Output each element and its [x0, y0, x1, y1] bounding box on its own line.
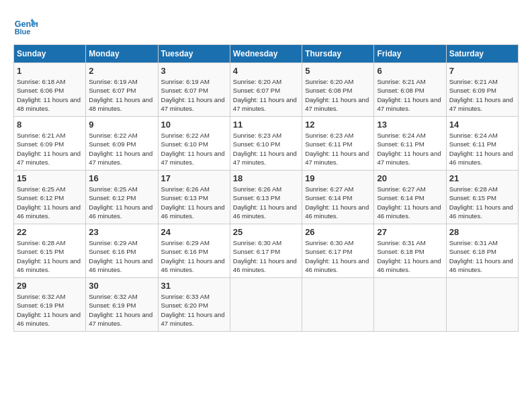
day-info: Sunrise: 6:18 AMSunset: 6:06 PMDaylight:…	[17, 77, 83, 113]
day-number: 20	[377, 173, 443, 183]
col-header-tuesday: Tuesday	[158, 45, 230, 63]
day-info: Sunrise: 6:32 AMSunset: 6:19 PMDaylight:…	[89, 292, 154, 328]
header: General Blue	[13, 13, 519, 38]
day-info: Sunrise: 6:21 AMSunset: 6:09 PMDaylight:…	[449, 77, 515, 113]
day-number: 5	[305, 66, 371, 76]
day-info: Sunrise: 6:30 AMSunset: 6:17 PMDaylight:…	[233, 238, 299, 274]
day-number: 23	[89, 227, 154, 237]
calendar-cell	[302, 278, 374, 332]
calendar-cell: 23 Sunrise: 6:29 AMSunset: 6:16 PMDaylig…	[86, 224, 158, 278]
day-info: Sunrise: 6:27 AMSunset: 6:14 PMDaylight:…	[377, 185, 443, 220]
day-number: 14	[449, 120, 515, 130]
day-number: 13	[377, 120, 443, 130]
calendar-cell: 6 Sunrise: 6:21 AMSunset: 6:08 PMDayligh…	[374, 63, 446, 117]
day-info: Sunrise: 6:23 AMSunset: 6:11 PMDaylight:…	[305, 131, 371, 167]
day-number: 3	[161, 66, 227, 76]
day-info: Sunrise: 6:23 AMSunset: 6:10 PMDaylight:…	[233, 131, 299, 167]
calendar-body: 1 Sunrise: 6:18 AMSunset: 6:06 PMDayligh…	[14, 63, 519, 332]
calendar-cell: 9 Sunrise: 6:22 AMSunset: 6:09 PMDayligh…	[86, 117, 158, 171]
day-number: 29	[17, 281, 83, 291]
calendar-cell	[446, 278, 518, 332]
calendar-cell: 29 Sunrise: 6:32 AMSunset: 6:19 PMDaylig…	[14, 278, 86, 332]
col-header-friday: Friday	[374, 45, 446, 63]
day-number: 10	[161, 120, 227, 130]
col-header-wednesday: Wednesday	[230, 45, 302, 63]
col-header-saturday: Saturday	[446, 45, 518, 63]
calendar-cell: 7 Sunrise: 6:21 AMSunset: 6:09 PMDayligh…	[446, 63, 518, 117]
day-number: 18	[233, 173, 299, 183]
calendar-cell: 26 Sunrise: 6:30 AMSunset: 6:17 PMDaylig…	[302, 224, 374, 278]
day-info: Sunrise: 6:28 AMSunset: 6:15 PMDaylight:…	[449, 185, 515, 220]
calendar-cell: 3 Sunrise: 6:19 AMSunset: 6:07 PMDayligh…	[158, 63, 230, 117]
day-info: Sunrise: 6:19 AMSunset: 6:07 PMDaylight:…	[161, 77, 227, 113]
day-number: 25	[233, 227, 299, 237]
calendar-cell: 4 Sunrise: 6:20 AMSunset: 6:07 PMDayligh…	[230, 63, 302, 117]
calendar-cell: 31 Sunrise: 6:33 AMSunset: 6:20 PMDaylig…	[158, 278, 230, 332]
day-info: Sunrise: 6:25 AMSunset: 6:12 PMDaylight:…	[89, 185, 154, 220]
day-number: 26	[305, 227, 371, 237]
calendar-cell	[374, 278, 446, 332]
day-number: 8	[17, 120, 83, 130]
day-info: Sunrise: 6:27 AMSunset: 6:14 PMDaylight:…	[305, 185, 371, 220]
day-number: 7	[449, 66, 515, 76]
day-info: Sunrise: 6:32 AMSunset: 6:19 PMDaylight:…	[17, 292, 83, 328]
day-number: 24	[161, 227, 227, 237]
day-number: 2	[89, 66, 154, 76]
calendar-cell: 5 Sunrise: 6:20 AMSunset: 6:08 PMDayligh…	[302, 63, 374, 117]
logo-icon: General Blue	[13, 13, 38, 38]
day-info: Sunrise: 6:25 AMSunset: 6:12 PMDaylight:…	[17, 185, 83, 220]
day-number: 1	[17, 66, 83, 76]
calendar-cell: 1 Sunrise: 6:18 AMSunset: 6:06 PMDayligh…	[14, 63, 86, 117]
day-info: Sunrise: 6:22 AMSunset: 6:10 PMDaylight:…	[161, 131, 227, 167]
col-header-thursday: Thursday	[302, 45, 374, 63]
day-number: 21	[449, 173, 515, 183]
day-number: 17	[161, 173, 227, 183]
day-info: Sunrise: 6:31 AMSunset: 6:18 PMDaylight:…	[449, 238, 515, 274]
calendar-cell: 27 Sunrise: 6:31 AMSunset: 6:18 PMDaylig…	[374, 224, 446, 278]
day-number: 6	[377, 66, 443, 76]
calendar-cell: 2 Sunrise: 6:19 AMSunset: 6:07 PMDayligh…	[86, 63, 158, 117]
day-number: 30	[89, 281, 154, 291]
calendar-table: SundayMondayTuesdayWednesdayThursdayFrid…	[13, 44, 519, 332]
calendar-cell: 15 Sunrise: 6:25 AMSunset: 6:12 PMDaylig…	[14, 171, 86, 224]
calendar-cell: 11 Sunrise: 6:23 AMSunset: 6:10 PMDaylig…	[230, 117, 302, 171]
day-info: Sunrise: 6:26 AMSunset: 6:13 PMDaylight:…	[233, 185, 299, 220]
calendar-week-row: 1 Sunrise: 6:18 AMSunset: 6:06 PMDayligh…	[14, 63, 519, 117]
calendar-cell: 17 Sunrise: 6:26 AMSunset: 6:13 PMDaylig…	[158, 171, 230, 224]
day-number: 19	[305, 173, 371, 183]
day-info: Sunrise: 6:22 AMSunset: 6:09 PMDaylight:…	[89, 131, 154, 167]
calendar-cell: 10 Sunrise: 6:22 AMSunset: 6:10 PMDaylig…	[158, 117, 230, 171]
day-info: Sunrise: 6:29 AMSunset: 6:16 PMDaylight:…	[89, 238, 154, 274]
calendar-cell: 18 Sunrise: 6:26 AMSunset: 6:13 PMDaylig…	[230, 171, 302, 224]
day-number: 22	[17, 227, 83, 237]
day-number: 27	[377, 227, 443, 237]
calendar-cell: 12 Sunrise: 6:23 AMSunset: 6:11 PMDaylig…	[302, 117, 374, 171]
day-info: Sunrise: 6:28 AMSunset: 6:15 PMDaylight:…	[17, 238, 83, 274]
calendar-cell: 16 Sunrise: 6:25 AMSunset: 6:12 PMDaylig…	[86, 171, 158, 224]
day-number: 4	[233, 66, 299, 76]
day-number: 11	[233, 120, 299, 130]
calendar-cell: 8 Sunrise: 6:21 AMSunset: 6:09 PMDayligh…	[14, 117, 86, 171]
calendar-cell: 14 Sunrise: 6:24 AMSunset: 6:11 PMDaylig…	[446, 117, 518, 171]
calendar-cell: 22 Sunrise: 6:28 AMSunset: 6:15 PMDaylig…	[14, 224, 86, 278]
svg-text:Blue: Blue	[15, 28, 30, 36]
calendar-cell: 25 Sunrise: 6:30 AMSunset: 6:17 PMDaylig…	[230, 224, 302, 278]
calendar-cell: 24 Sunrise: 6:29 AMSunset: 6:16 PMDaylig…	[158, 224, 230, 278]
day-number: 31	[161, 281, 227, 291]
calendar-week-row: 29 Sunrise: 6:32 AMSunset: 6:19 PMDaylig…	[14, 278, 519, 332]
calendar-cell: 13 Sunrise: 6:24 AMSunset: 6:11 PMDaylig…	[374, 117, 446, 171]
day-number: 28	[449, 227, 515, 237]
day-info: Sunrise: 6:21 AMSunset: 6:08 PMDaylight:…	[377, 77, 443, 113]
calendar-cell	[230, 278, 302, 332]
day-info: Sunrise: 6:24 AMSunset: 6:11 PMDaylight:…	[377, 131, 443, 167]
day-info: Sunrise: 6:31 AMSunset: 6:18 PMDaylight:…	[377, 238, 443, 274]
calendar-week-row: 8 Sunrise: 6:21 AMSunset: 6:09 PMDayligh…	[14, 117, 519, 171]
day-number: 16	[89, 173, 154, 183]
day-number: 15	[17, 173, 83, 183]
logo: General Blue	[13, 13, 40, 38]
day-info: Sunrise: 6:30 AMSunset: 6:17 PMDaylight:…	[305, 238, 371, 274]
calendar-cell: 30 Sunrise: 6:32 AMSunset: 6:19 PMDaylig…	[86, 278, 158, 332]
calendar-cell: 20 Sunrise: 6:27 AMSunset: 6:14 PMDaylig…	[374, 171, 446, 224]
day-info: Sunrise: 6:20 AMSunset: 6:07 PMDaylight:…	[233, 77, 299, 113]
calendar-cell: 19 Sunrise: 6:27 AMSunset: 6:14 PMDaylig…	[302, 171, 374, 224]
